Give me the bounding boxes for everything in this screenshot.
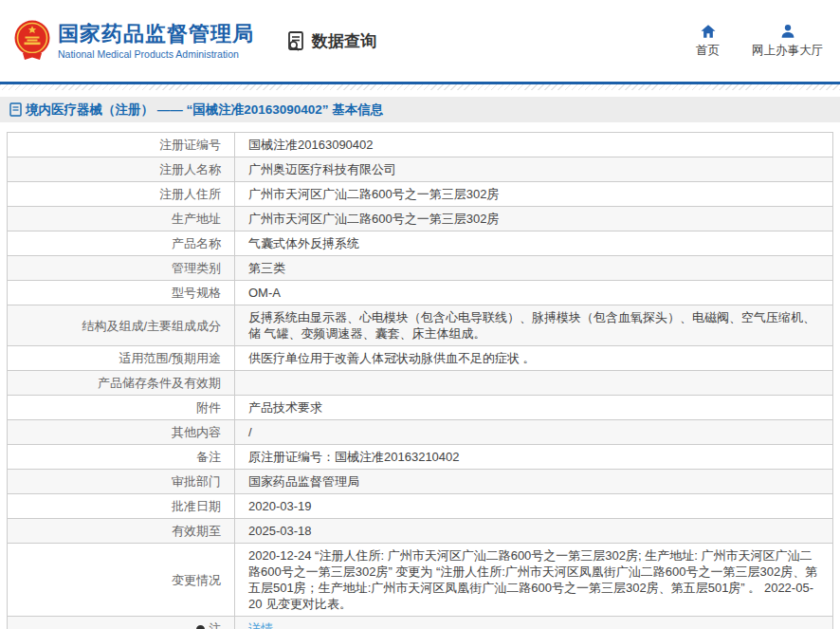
row-value: 2020-03-19: [235, 494, 833, 519]
table-row: 注册证编号国械注准20163090402: [8, 133, 833, 157]
home-icon: [700, 23, 717, 40]
row-value: 广州奥迈医疗科技有限公司: [235, 157, 833, 182]
table-row: 附件产品技术要求: [8, 396, 833, 420]
row-label: 变更情况: [8, 544, 235, 617]
table-row: 其他内容/: [8, 420, 833, 445]
row-label: 其他内容: [8, 420, 235, 445]
top-nav: 首页 网上办事大厅: [696, 23, 827, 59]
row-label: 结构及组成/主要组成成分: [8, 305, 235, 346]
table-row: 注册人住所广州市天河区广汕二路600号之一第三层302房: [8, 182, 833, 207]
row-label: 注册人住所: [8, 182, 235, 207]
table-row: 有效期至2025-03-18: [8, 519, 833, 544]
row-label: 产品名称: [8, 231, 235, 256]
document-search-icon: [284, 29, 307, 52]
row-label: 注: [8, 617, 235, 629]
row-value: 原注册证编号：国械注准20163210402: [235, 445, 833, 470]
brand-text: 国家药品监督管理局 National Medical Products Admi…: [58, 22, 254, 60]
row-value: 反搏系统由显示器、心电模块（包含心电导联线）、脉搏模块（包含血氧探头）、电磁阀、…: [235, 305, 833, 346]
row-label: 产品储存条件及有效期: [8, 371, 235, 396]
row-value: 详情: [235, 617, 833, 629]
row-value: 2020-12-24 “注册人住所: 广州市天河区广汕二路600号之一第三层30…: [235, 544, 833, 617]
registration-info-table: 注册证编号国械注准20163090402注册人名称广州奥迈医疗科技有限公司注册人…: [7, 132, 833, 629]
row-value: [235, 371, 833, 396]
table-row: 生产地址广州市天河区广汕二路600号之一第三层302房: [8, 207, 833, 231]
table-row: 适用范围/预期用途供医疗单位用于改善人体冠状动脉供血不足的症状 。: [8, 346, 833, 371]
row-value: 2025-03-18: [235, 519, 833, 544]
breadcrumb: 境内医疗器械（注册） —— “国械注准20163090402” 基本信息: [0, 97, 840, 122]
table-row: 型号规格OM-A: [8, 281, 833, 305]
registration-info-table-wrap: 注册证编号国械注准20163090402注册人名称广州奥迈医疗科技有限公司注册人…: [7, 132, 833, 629]
table-row: 产品储存条件及有效期: [8, 371, 833, 396]
table-row: 注详情: [8, 617, 833, 629]
row-value: 产品技术要求: [235, 396, 833, 420]
row-value: 国械注准20163090402: [235, 133, 833, 157]
table-row: 批准日期2020-03-19: [8, 494, 833, 519]
brand-logo-block[interactable]: 国家药品监督管理局 National Medical Products Admi…: [13, 19, 254, 63]
user-icon: [779, 23, 796, 40]
table-row: 管理类别第三类: [8, 256, 833, 281]
table-row: 变更情况2020-12-24 “注册人住所: 广州市天河区广汕二路600号之一第…: [8, 544, 833, 617]
agency-title-zh: 国家药品监督管理局: [58, 22, 254, 46]
table-row: 产品名称气囊式体外反搏系统: [8, 231, 833, 256]
row-value: OM-A: [235, 281, 833, 305]
agency-title-en: National Medical Products Administration: [58, 48, 254, 60]
data-query-label: 数据查询: [312, 30, 376, 52]
table-row: 备注原注册证编号：国械注准20163210402: [8, 445, 833, 470]
row-label: 有效期至: [8, 519, 235, 544]
row-value: 广州市天河区广汕二路600号之一第三层302房: [235, 207, 833, 231]
breadcrumb-text: 境内医疗器械（注册） —— “国械注准20163090402” 基本信息: [26, 102, 383, 119]
national-emblem-icon: [13, 19, 51, 63]
row-label: 注册证编号: [8, 133, 235, 157]
row-label: 备注: [8, 445, 235, 470]
row-label: 批准日期: [8, 494, 235, 519]
row-value: 供医疗单位用于改善人体冠状动脉供血不足的症状 。: [235, 346, 833, 371]
row-value: /: [235, 420, 833, 445]
document-icon: [9, 102, 22, 117]
nav-service-hall[interactable]: 网上办事大厅: [752, 23, 823, 59]
nav-home-label: 首页: [696, 43, 720, 59]
row-label: 管理类别: [8, 256, 235, 281]
row-value: 广州市天河区广汕二路600号之一第三层302房: [235, 182, 833, 207]
row-label: 审批部门: [8, 470, 235, 494]
nav-home[interactable]: 首页: [696, 23, 720, 59]
row-label: 附件: [8, 396, 235, 420]
table-row: 审批部门国家药品监督管理局: [8, 470, 833, 494]
row-value: 第三类: [235, 256, 833, 281]
detail-link[interactable]: 详情: [248, 621, 273, 629]
row-value: 气囊式体外反搏系统: [235, 231, 833, 256]
nav-hall-label: 网上办事大厅: [752, 43, 823, 59]
row-label: 适用范围/预期用途: [8, 346, 235, 371]
header: 国家药品监督管理局 National Medical Products Admi…: [0, 0, 840, 82]
table-row: 结构及组成/主要组成成分反搏系统由显示器、心电模块（包含心电导联线）、脉搏模块（…: [8, 305, 833, 346]
row-value: 国家药品监督管理局: [235, 470, 833, 494]
data-query-link[interactable]: 数据查询: [284, 29, 376, 52]
pin-icon: [194, 623, 207, 629]
row-label: 生产地址: [8, 207, 235, 231]
row-label: 型号规格: [8, 281, 235, 305]
table-row: 注册人名称广州奥迈医疗科技有限公司: [8, 157, 833, 182]
info-table-body: 注册证编号国械注准20163090402注册人名称广州奥迈医疗科技有限公司注册人…: [8, 133, 833, 629]
row-label: 注册人名称: [8, 157, 235, 182]
